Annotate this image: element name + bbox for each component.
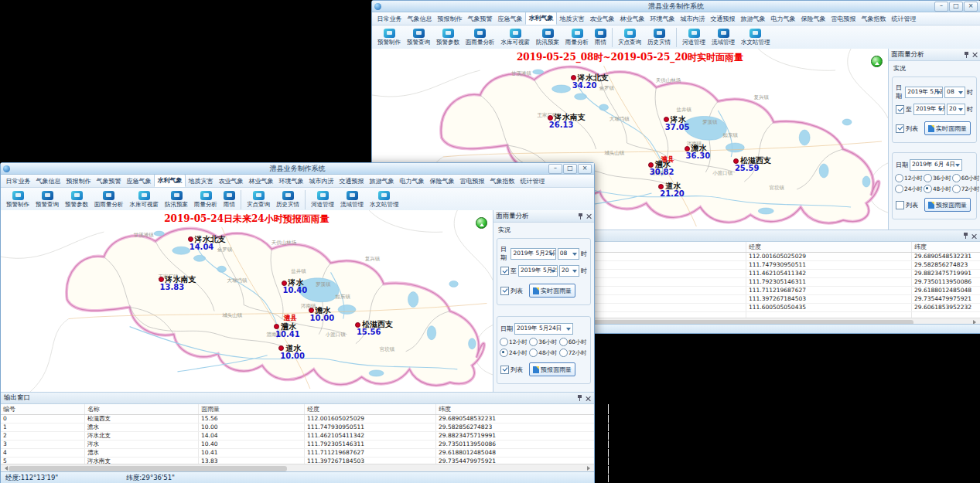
column-header-1[interactable]: 编号 bbox=[1, 404, 85, 414]
pin-icon[interactable] bbox=[578, 213, 583, 219]
map-locate-button[interactable] bbox=[871, 56, 883, 67]
menu-tab-7[interactable]: 地质灾害 bbox=[186, 175, 216, 187]
column-header-2[interactable]: 名称 bbox=[85, 404, 199, 414]
tool-button-12[interactable]: 流域管理 bbox=[709, 28, 738, 47]
end-hour-select[interactable]: 20 bbox=[559, 265, 579, 277]
map-locate-button[interactable] bbox=[476, 217, 487, 229]
table-row[interactable]: 4澧水10.41111.71121968762729.6188012485048 bbox=[1, 449, 594, 457]
menu-tab-14[interactable]: 电力气象 bbox=[768, 13, 798, 25]
menu-tab-4[interactable]: 气象预警 bbox=[465, 13, 495, 25]
tool-button-9[interactable]: 灾点查询 bbox=[244, 190, 273, 209]
list-checkbox[interactable] bbox=[500, 366, 509, 374]
duration-radio-36小时[interactable]: 36小时 bbox=[529, 338, 558, 346]
maximize-button[interactable]: □ bbox=[563, 164, 577, 174]
duration-radio-72小时[interactable]: 72小时 bbox=[559, 349, 588, 357]
start-hour-select[interactable]: 08 bbox=[558, 248, 579, 260]
close-icon[interactable] bbox=[972, 52, 978, 57]
tool-button-6[interactable]: 防汛预案 bbox=[533, 28, 562, 47]
tool-button-1[interactable]: 预警制作 bbox=[374, 28, 404, 47]
menu-tab-14[interactable]: 电力气象 bbox=[397, 175, 427, 187]
maximize-button[interactable]: □ bbox=[949, 2, 963, 12]
menu-tab-6[interactable]: 水利气象 bbox=[154, 174, 186, 187]
menu-tab-5[interactable]: 应急气象 bbox=[124, 175, 154, 187]
tool-button-2[interactable]: 预警查询 bbox=[32, 190, 62, 209]
pin-icon[interactable] bbox=[577, 395, 582, 401]
tool-button-4[interactable]: 面雨量分析 bbox=[91, 190, 127, 209]
tool-button-7[interactable]: 雨量分析 bbox=[562, 28, 592, 47]
start-hour-select[interactable]: 08 bbox=[944, 87, 965, 98]
menu-tab-3[interactable]: 预报制作 bbox=[63, 175, 94, 187]
menu-tab-12[interactable]: 交通预报 bbox=[336, 175, 367, 187]
menu-tab-8[interactable]: 农业气象 bbox=[216, 175, 246, 187]
close-icon[interactable] bbox=[586, 396, 591, 401]
forecast-date-select[interactable]: 2019年 6月 4日 bbox=[910, 159, 962, 171]
scroll-left-arrow[interactable] bbox=[2, 466, 8, 471]
list-checkbox[interactable] bbox=[896, 124, 904, 133]
tool-button-8[interactable]: 雨情 bbox=[220, 190, 238, 209]
table-row[interactable]: 3涔水10.40111.79230514631129.7350113950086 bbox=[1, 440, 594, 449]
menu-tab-4[interactable]: 气象预警 bbox=[94, 175, 124, 187]
menu-tab-7[interactable]: 地质灾害 bbox=[557, 13, 587, 25]
tool-button-8[interactable]: 雨情 bbox=[592, 28, 610, 47]
duration-radio-24小时[interactable]: 24小时 bbox=[500, 349, 528, 357]
list-checkbox[interactable] bbox=[500, 287, 509, 295]
start-date-select[interactable]: 2019年 5月25日 bbox=[905, 87, 943, 98]
menu-tab-15[interactable]: 保险气象 bbox=[798, 13, 828, 25]
menu-tab-8[interactable]: 农业气象 bbox=[587, 13, 617, 25]
menu-tab-3[interactable]: 预报制作 bbox=[435, 13, 465, 25]
tool-button-4[interactable]: 面雨量分析 bbox=[463, 28, 498, 47]
menu-tab-13[interactable]: 旅游气象 bbox=[367, 175, 397, 187]
forecast-rainfall-button[interactable]: 预报面雨量 bbox=[529, 362, 575, 376]
close-icon[interactable] bbox=[586, 213, 592, 219]
duration-radio-36小时[interactable]: 36小时 bbox=[924, 174, 951, 182]
pin-icon[interactable] bbox=[963, 233, 968, 239]
menu-tab-10[interactable]: 环境气象 bbox=[647, 13, 678, 25]
to-checkbox[interactable] bbox=[896, 105, 904, 114]
tool-button-13[interactable]: 水文站管理 bbox=[367, 190, 402, 209]
live-rainfall-button[interactable]: 实时面雨量 bbox=[924, 121, 971, 135]
menu-tab-9[interactable]: 林业气象 bbox=[246, 175, 276, 187]
tool-button-3[interactable]: 预警参数 bbox=[433, 28, 463, 47]
column-header-3[interactable]: 面雨量 bbox=[199, 404, 305, 414]
duration-radio-48小时[interactable]: 48小时 bbox=[924, 185, 951, 193]
tool-button-10[interactable]: 历史灾情 bbox=[273, 190, 302, 209]
list-checkbox[interactable] bbox=[896, 201, 904, 209]
column-header-5[interactable]: 纬度 bbox=[436, 404, 609, 414]
tool-button-5[interactable]: 水库可视窗 bbox=[127, 190, 162, 209]
forecast-rainfall-button[interactable]: 预报面雨量 bbox=[924, 198, 971, 212]
menu-tab-2[interactable]: 气象信息 bbox=[405, 13, 435, 25]
minimize-button[interactable]: – bbox=[548, 164, 562, 174]
end-date-select[interactable]: 2019年 5月25日 bbox=[913, 104, 945, 115]
menu-tab-5[interactable]: 应急气象 bbox=[495, 13, 525, 25]
menu-tab-16[interactable]: 雷电预报 bbox=[828, 13, 859, 25]
minimize-button[interactable]: – bbox=[934, 2, 948, 12]
menu-tab-13[interactable]: 旅游气象 bbox=[738, 13, 768, 25]
duration-radio-24小时[interactable]: 24小时 bbox=[895, 185, 923, 193]
close-button[interactable]: × bbox=[578, 164, 592, 174]
tool-button-1[interactable]: 预警制作 bbox=[3, 190, 32, 209]
table-row[interactable]: 0松滋西支15.56112.00160502502929.68905485322… bbox=[1, 415, 594, 423]
column-header-4[interactable]: 经度 bbox=[305, 404, 436, 414]
menu-tab-17[interactable]: 气象指数 bbox=[859, 13, 889, 25]
scrollbar-thumb[interactable] bbox=[9, 466, 287, 471]
tool-button-3[interactable]: 预警参数 bbox=[62, 190, 91, 209]
duration-radio-60小时[interactable]: 60小时 bbox=[952, 174, 980, 182]
pin-icon[interactable] bbox=[964, 52, 969, 58]
titlebar[interactable]: 澧县业务制作系统 – □ × bbox=[1, 163, 594, 175]
scroll-right-arrow[interactable] bbox=[587, 466, 592, 471]
menu-tab-10[interactable]: 环境气象 bbox=[276, 175, 306, 187]
live-rainfall-button[interactable]: 实时面雨量 bbox=[529, 284, 575, 298]
tool-button-6[interactable]: 防汛预案 bbox=[162, 190, 191, 209]
end-date-select[interactable]: 2019年 5月25日 bbox=[518, 265, 558, 277]
tool-button-11[interactable]: 河道管理 bbox=[308, 190, 337, 209]
duration-radio-72小时[interactable]: 72小时 bbox=[952, 185, 980, 193]
menu-tab-6[interactable]: 水利气象 bbox=[525, 12, 557, 25]
tool-button-12[interactable]: 流域管理 bbox=[337, 190, 367, 209]
tool-button-7[interactable]: 雨量分析 bbox=[191, 190, 220, 209]
menu-tab-1[interactable]: 日常业务 bbox=[374, 13, 405, 25]
duration-radio-12小时[interactable]: 12小时 bbox=[500, 338, 528, 346]
menu-tab-18[interactable]: 统计管理 bbox=[889, 13, 919, 25]
column-header-3[interactable]: 面雨量 bbox=[573, 242, 746, 252]
duration-radio-60小时[interactable]: 60小时 bbox=[559, 338, 588, 346]
titlebar[interactable]: 澧县业务制作系统 – □ × bbox=[372, 1, 980, 12]
